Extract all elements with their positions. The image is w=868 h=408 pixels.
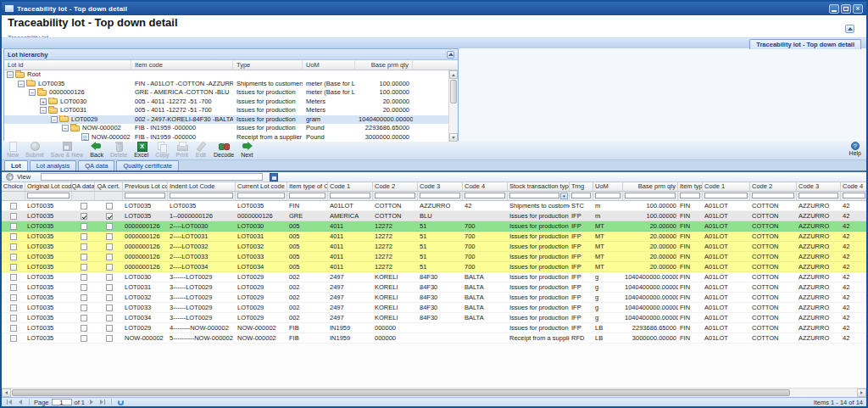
column-header-trng[interactable]: Trng xyxy=(570,182,593,192)
tree-column-header[interactable]: Type xyxy=(233,60,303,70)
tab-lot[interactable]: Lot xyxy=(4,160,28,170)
tree-row[interactable]: 0000000126GRE - AMERICA -COTTON -BLUIssu… xyxy=(4,88,448,98)
close-button[interactable] xyxy=(853,4,863,14)
collapse-header-button[interactable] xyxy=(845,25,854,33)
filter-input[interactable] xyxy=(509,193,559,198)
collapse-tree-icon[interactable] xyxy=(447,51,454,59)
qa_cert-checkbox[interactable] xyxy=(106,223,113,230)
choice-checkbox[interactable] xyxy=(10,284,17,291)
filter-input[interactable] xyxy=(289,193,326,198)
filter-input[interactable] xyxy=(170,193,233,198)
column-header-code_2b[interactable]: Code 2 xyxy=(750,182,797,192)
qa_cert-checkbox[interactable] xyxy=(106,274,113,281)
qa_data-checkbox[interactable] xyxy=(81,264,87,271)
excel-button[interactable]: Excel xyxy=(131,142,151,159)
table-row[interactable]: LOT0035LOT00333------LOT0029LOT002900224… xyxy=(2,303,866,313)
filter-input[interactable] xyxy=(843,193,865,198)
qa_data-checkbox[interactable] xyxy=(81,233,87,240)
tree-column-header[interactable]: Base prm qty xyxy=(355,60,413,70)
active-view-tab[interactable]: Traceability lot - Top down detail xyxy=(749,39,861,49)
filter-input[interactable] xyxy=(27,193,70,198)
expander-minus-icon[interactable] xyxy=(62,125,69,131)
filter-input[interactable] xyxy=(752,193,794,198)
qa_data-checkbox[interactable] xyxy=(81,254,87,260)
column-header-code_3[interactable]: Code 3 xyxy=(418,182,463,192)
filter-input[interactable] xyxy=(465,193,505,198)
filter-input[interactable] xyxy=(680,193,700,198)
qa_cert-checkbox[interactable] xyxy=(106,233,113,240)
gear-icon[interactable] xyxy=(6,173,14,181)
column-header-stock_transaction_type[interactable]: Stock transaction type xyxy=(508,182,570,192)
decode-button[interactable]: Decode xyxy=(211,142,236,159)
hscrollbar-thumb[interactable] xyxy=(12,389,790,396)
table-row[interactable]: LOT0035LOT0035LOT0035LOT0035FINA01LOTCOT… xyxy=(2,201,866,211)
filter-input[interactable] xyxy=(704,193,748,198)
tree-scrollbar[interactable] xyxy=(448,70,458,142)
choice-checkbox[interactable] xyxy=(10,233,17,240)
choice-checkbox[interactable] xyxy=(10,264,17,271)
filter-input[interactable] xyxy=(798,193,838,198)
column-header-code_4b[interactable]: Code 4 xyxy=(841,182,868,192)
column-header-uom[interactable]: UoM xyxy=(593,182,623,192)
table-row[interactable]: LOT0035LOT00323------LOT0029LOT002900224… xyxy=(2,293,866,303)
qa_cert-checkbox[interactable] xyxy=(106,325,113,332)
tree-column-header[interactable]: UoM xyxy=(303,60,355,70)
table-row[interactable]: LOT003500000001262----LOT0033LOT00330054… xyxy=(2,252,866,262)
last-page-button[interactable] xyxy=(98,399,107,406)
choice-checkbox[interactable] xyxy=(10,305,17,311)
column-header-qa_cert[interactable]: QA cert. xyxy=(95,182,123,192)
expander-minus-icon[interactable] xyxy=(18,81,25,87)
tree-row[interactable]: LOT0035FIN - A01LOT -COTTON -AZZURRO -42… xyxy=(4,80,448,89)
column-header-base_prm_qty[interactable]: Base prm qty xyxy=(623,182,678,192)
expander-minus-icon[interactable] xyxy=(7,71,14,78)
column-header-item_type_2[interactable]: Item typ... xyxy=(678,182,703,192)
scroll-down-icon[interactable] xyxy=(449,133,458,142)
prev-page-button[interactable] xyxy=(16,399,25,406)
tree-row[interactable]: LOT0030005 - 4011 -12272 -51 -700Issues … xyxy=(4,98,448,107)
submit-button[interactable]: Submit xyxy=(23,142,47,159)
choice-checkbox[interactable] xyxy=(10,223,17,230)
qa_cert-checkbox[interactable] xyxy=(106,254,113,260)
filter-input[interactable] xyxy=(420,193,460,198)
qa_cert-checkbox[interactable] xyxy=(106,243,113,250)
expander-minus-icon[interactable] xyxy=(51,116,58,123)
qa_cert-checkbox[interactable] xyxy=(106,264,113,271)
tree-row[interactable]: Root xyxy=(4,70,448,80)
qa_data-checkbox[interactable] xyxy=(81,315,87,321)
qa_cert-checkbox[interactable] xyxy=(106,284,113,291)
horizontal-scrollbar[interactable] xyxy=(2,388,866,397)
tree-row[interactable]: LOT0031005 - 4011 -12272 -51 -700Issues … xyxy=(4,106,448,115)
restore-button[interactable] xyxy=(841,4,851,14)
page-input[interactable] xyxy=(52,399,72,405)
tree-row[interactable]: NOW-000002FIB - IN1959 -000000Receipt fr… xyxy=(4,133,448,143)
filter-input[interactable] xyxy=(125,193,165,198)
qa_cert-checkbox-checked[interactable] xyxy=(106,213,113,220)
qa_data-checkbox[interactable] xyxy=(81,203,87,210)
qa_data-checkbox[interactable] xyxy=(81,243,87,250)
refresh-button[interactable] xyxy=(116,399,125,406)
qa_data-checkbox-checked[interactable] xyxy=(81,213,87,220)
scroll-left-icon[interactable] xyxy=(2,388,11,397)
view-input[interactable] xyxy=(41,173,263,181)
next-button[interactable]: Next xyxy=(238,142,255,159)
choice-checkbox[interactable] xyxy=(10,315,17,321)
back-button[interactable]: Back xyxy=(87,142,106,159)
column-header-code_4[interactable]: Code 4 xyxy=(463,182,508,192)
table-row[interactable]: LOT003500000001262----LOT0030LOT00300054… xyxy=(2,221,866,232)
qa_data-checkbox[interactable] xyxy=(81,223,87,230)
scroll-right-icon[interactable] xyxy=(857,388,866,397)
print-button[interactable]: Print xyxy=(174,142,191,159)
filter-input[interactable] xyxy=(330,193,370,198)
qa_data-checkbox[interactable] xyxy=(81,274,87,281)
qa_cert-checkbox[interactable] xyxy=(106,294,113,301)
copy-button[interactable]: Copy xyxy=(153,142,171,159)
table-row[interactable]: LOT0035NOW-0000025----------NOW-000002NO… xyxy=(2,333,866,344)
filter-input[interactable] xyxy=(571,193,591,198)
qa_cert-checkbox[interactable] xyxy=(106,305,113,311)
tree-column-header[interactable]: Lot id xyxy=(4,60,131,70)
delete-button[interactable]: Delete xyxy=(108,142,130,159)
column-header-item_type_of_current[interactable]: Item type of Cur... xyxy=(287,182,328,192)
expander-minus-icon[interactable] xyxy=(29,89,36,96)
table-row[interactable]: LOT0035LOT00303------LOT0029LOT002900224… xyxy=(2,272,866,282)
scrollbar-thumb[interactable] xyxy=(450,80,457,103)
